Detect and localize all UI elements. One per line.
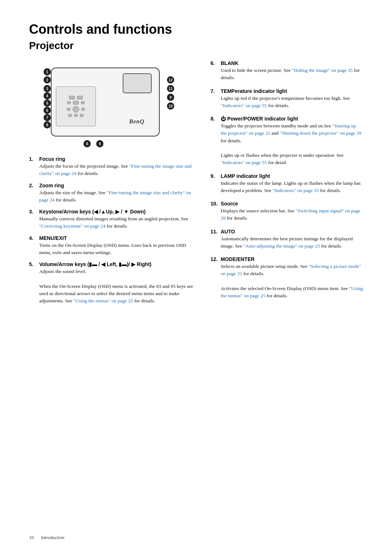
item-8-title: ⏻ Power/POWER indicator light bbox=[221, 116, 298, 122]
item-6-body: Used to hide the screen picture. See "Hi… bbox=[221, 67, 363, 82]
page-main-title: Controls and functions bbox=[29, 22, 363, 37]
item-7-title: TEMPerature indicator light bbox=[221, 88, 287, 94]
panel-btn-mid2 bbox=[73, 101, 79, 105]
item-11-title: AUTO bbox=[221, 229, 235, 234]
item-6-num: 6. bbox=[211, 60, 219, 66]
item-9-num: 9. bbox=[211, 173, 219, 179]
list-item-10: 10. Source Displays the source selection… bbox=[211, 201, 363, 222]
badge-5: 5 bbox=[44, 99, 51, 107]
panel-btn-btm1 bbox=[68, 114, 72, 117]
item-12-body: Selects an available picture setup mode.… bbox=[221, 263, 363, 299]
item-3-title: Keystone/Arrow keys (◀ /▲Up, ▶ / ▼ Down) bbox=[39, 209, 146, 215]
item-2-title: Zoom ring bbox=[39, 183, 64, 188]
left-items-list: 1. Focus ring Adjusts the focus of the p… bbox=[29, 156, 196, 305]
item-9-title: LAMP indicator light bbox=[221, 173, 270, 179]
item-10-body: Displays the source selection bar. See "… bbox=[221, 207, 363, 222]
item-10-num: 10. bbox=[211, 201, 219, 207]
item-8-link3[interactable]: "Indicators" on page 55 bbox=[221, 160, 267, 165]
projector-body: BenQ bbox=[51, 68, 160, 136]
projector-lens bbox=[123, 73, 152, 93]
badge-12: 12 bbox=[167, 76, 174, 83]
item-8-num: 8. bbox=[211, 116, 219, 122]
footer-page-num: 10 bbox=[29, 535, 34, 540]
item-10-title: Source bbox=[221, 201, 238, 207]
badge-9: 9 bbox=[167, 94, 174, 101]
item-12-num: 12. bbox=[211, 256, 219, 262]
item-7-link[interactable]: "Indicators" on page 55 bbox=[221, 103, 267, 108]
content-layout: BenQ 1 2 3 4 5 6 7 8 12 11 9 10 8 9 1. bbox=[29, 60, 363, 310]
page-sub-title: Projector bbox=[29, 40, 363, 52]
item-12-link1[interactable]: "Selecting a picture mode" on page 31 bbox=[221, 264, 361, 276]
list-item-9: 9. LAMP indicator light Indicates the st… bbox=[211, 173, 363, 195]
list-item-12: 12. MODE/ENTER Selects an available pict… bbox=[211, 256, 363, 299]
item-7-num: 7. bbox=[211, 88, 219, 94]
list-item-1: 1. Focus ring Adjusts the focus of the p… bbox=[29, 156, 196, 177]
item-10-link[interactable]: "Switching input signal" on page 28 bbox=[221, 208, 360, 221]
item-5-num: 5. bbox=[29, 261, 37, 267]
item-2-body: Adjusts the size of the image. See "Fine… bbox=[39, 189, 196, 204]
item-4-num: 4. bbox=[29, 235, 37, 241]
projector-panel bbox=[56, 86, 96, 126]
panel-btn-btm2 bbox=[74, 114, 78, 117]
badge-1: 1 bbox=[44, 68, 51, 76]
item-5-title: Volume/Arrow keys (▮▬ / ◀ Left, ▮▬)/ ▶ R… bbox=[39, 261, 151, 267]
item-3-body: Manually corrects distorted images resul… bbox=[39, 215, 196, 230]
benq-logo: BenQ bbox=[129, 118, 144, 125]
badge-8: 8 bbox=[44, 121, 51, 128]
item-11-num: 11. bbox=[211, 229, 219, 234]
panel-btn-mid3 bbox=[81, 101, 85, 104]
panel-btn-bot1 bbox=[67, 108, 70, 111]
item-1-title: Focus ring bbox=[39, 156, 65, 162]
item-4-body: Turns on the On-Screen Display (OSD) men… bbox=[39, 242, 196, 257]
item-3-num: 3. bbox=[29, 209, 37, 215]
panel-btn-top2 bbox=[77, 96, 83, 99]
item-8-body: Toggles the projector between standby mo… bbox=[221, 122, 363, 167]
item-11-link[interactable]: "Auto-adjusting the image" on page 23 bbox=[244, 243, 320, 249]
badge-8b: 8 bbox=[83, 140, 91, 147]
left-column: BenQ 1 2 3 4 5 6 7 8 12 11 9 10 8 9 1. bbox=[29, 60, 196, 310]
item-6-title: BLANK bbox=[221, 60, 238, 66]
panel-btn-top bbox=[69, 96, 75, 99]
item-5-link[interactable]: "Using the menus" on page 25 bbox=[73, 298, 133, 303]
right-items-list: 6. BLANK Used to hide the screen picture… bbox=[211, 60, 363, 299]
list-item-7: 7. TEMPerature indicator light Lights up… bbox=[211, 88, 363, 110]
badge-10: 10 bbox=[167, 102, 174, 110]
panel-btn-btm3 bbox=[80, 114, 83, 117]
footer-label: Introduction bbox=[41, 535, 64, 540]
item-2-num: 2. bbox=[29, 183, 37, 188]
item-7-body: Lights up red if the projector's tempera… bbox=[221, 95, 363, 110]
item-5-body: Adjusts the sound level. When the On-Scr… bbox=[39, 268, 196, 305]
badge-11: 11 bbox=[167, 85, 174, 92]
item-9-body: Indicates the status of the lamp. Lights… bbox=[221, 180, 363, 195]
item-12-link2[interactable]: "Using the menus" on page 25 bbox=[221, 286, 363, 298]
list-item-2: 2. Zoom ring Adjusts the size of the ima… bbox=[29, 183, 196, 204]
item-11-body: Automatically determines the best pictur… bbox=[221, 235, 363, 250]
footer: 10 Introduction bbox=[29, 535, 64, 540]
list-item-11: 11. AUTO Automatically determines the be… bbox=[211, 229, 363, 250]
item-12-title: MODE/ENTER bbox=[221, 256, 254, 262]
list-item-4: 4. MENU/EXIT Turns on the On-Screen Disp… bbox=[29, 235, 196, 257]
list-item-5: 5. Volume/Arrow keys (▮▬ / ◀ Left, ▮▬)/ … bbox=[29, 261, 196, 305]
badge-7: 7 bbox=[44, 114, 51, 121]
projector-diagram: BenQ 1 2 3 4 5 6 7 8 12 11 9 10 8 9 bbox=[36, 60, 174, 147]
badge-9b: 9 bbox=[96, 140, 103, 147]
list-item-3: 3. Keystone/Arrow keys (◀ /▲Up, ▶ / ▼ Do… bbox=[29, 209, 196, 230]
item-6-link[interactable]: "Hiding the image" on page 35 bbox=[292, 68, 352, 73]
item-8-link2[interactable]: "Shutting down the projector" on page 39 bbox=[280, 130, 362, 136]
item-4-title: MENU/EXIT bbox=[39, 235, 67, 241]
panel-btn-mid1 bbox=[67, 101, 71, 104]
badge-4: 4 bbox=[44, 92, 51, 99]
item-1-body: Adjusts the focus of the projected image… bbox=[39, 163, 196, 177]
item-1-num: 1. bbox=[29, 156, 37, 162]
panel-circle bbox=[73, 106, 79, 113]
item-2-link[interactable]: "Fine-tuning the image size and clarity"… bbox=[39, 190, 191, 203]
badge-6: 6 bbox=[44, 107, 51, 114]
panel-btn-bot2 bbox=[81, 108, 85, 111]
list-item-6: 6. BLANK Used to hide the screen picture… bbox=[211, 60, 363, 82]
right-column: 6. BLANK Used to hide the screen picture… bbox=[211, 60, 363, 310]
item-9-link[interactable]: "Indicators" on page 55 bbox=[273, 188, 319, 193]
item-1-link[interactable]: "Fine-tuning the image size and clarity"… bbox=[39, 163, 192, 176]
item-3-link[interactable]: "Correcting keystone" on page 24 bbox=[39, 223, 106, 229]
list-item-8: 8. ⏻ Power/POWER indicator light Toggles… bbox=[211, 116, 363, 167]
badge-2: 2 bbox=[44, 76, 51, 83]
